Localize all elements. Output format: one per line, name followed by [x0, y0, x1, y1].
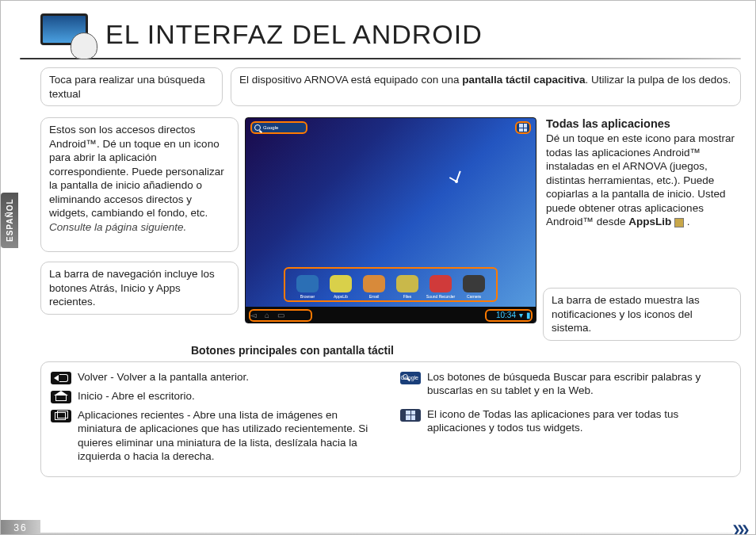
appslib-icon: [674, 218, 684, 227]
intro-text-2: . Utilizar la pulpa de los dedos.: [586, 74, 731, 86]
page-number: 36: [1, 520, 40, 535]
highlight-dock: [284, 267, 498, 302]
analog-clock-widget: [441, 166, 472, 197]
bottom-box: Volver - Volver a la pantalla anterior. …: [40, 361, 741, 477]
intro-text-1: El dispositivo ARNOVA está equipado con …: [239, 74, 462, 86]
shortcuts-text: Estos son los accesos directos Android™.…: [49, 124, 224, 219]
callout-all-apps: Todas las aplicaciones Dé un toque en es…: [543, 117, 741, 280]
desc-search: Los botones de búsqueda Buscar para escr…: [427, 370, 731, 398]
page-title: EL INTERFAZ DEL ANDROID: [105, 19, 483, 50]
back-icon: [51, 372, 71, 384]
callout-statusbar: La barra de estado muestra las notificac…: [543, 288, 741, 341]
footer-arrow-icon: ❯❯❯: [731, 523, 746, 535]
callout-navbar: La barra de navegación incluye los boton…: [40, 262, 239, 315]
shortcuts-italic: Consulte la página siguiente.: [49, 221, 186, 233]
google-search-icon: Google: [400, 372, 421, 384]
recent-icon: [51, 410, 71, 422]
all-apps-button[interactable]: [515, 121, 531, 134]
home-icon: [51, 391, 71, 403]
search-widget-label: Google: [263, 125, 278, 130]
desc-recent: Aplicaciones recientes - Abre una lista …: [78, 408, 381, 464]
search-widget[interactable]: Google: [250, 121, 307, 134]
desc-back: Volver - Volver a la pantalla anterior.: [78, 370, 381, 384]
highlight-statusbar: [485, 309, 533, 322]
touch-tablet-icon: [40, 13, 94, 55]
callout-intro: El dispositivo ARNOVA está equipado con …: [231, 67, 741, 106]
appslib-label: AppsLib: [628, 216, 671, 227]
callout-search: Toca para realizar una búsqueda textual: [40, 67, 223, 106]
highlight-navbar: [249, 309, 312, 322]
all-apps-icon: [400, 409, 421, 422]
all-apps-body: Dé un toque en este icono para mostrar t…: [546, 132, 735, 227]
bottom-heading: Botones principales con pantalla táctil: [191, 344, 741, 357]
desc-home: Inicio - Abre el escritorio.: [78, 389, 381, 403]
language-tab: ESPAÑOL: [1, 193, 18, 248]
callout-shortcuts: Estos son los accesos directos Android™.…: [40, 117, 239, 252]
search-icon: [254, 124, 261, 131]
intro-text-bold: pantalla táctil capacitiva: [462, 74, 585, 86]
grid-icon: [519, 124, 527, 132]
all-apps-heading: Todas las aplicaciones: [546, 117, 738, 130]
desc-allapps: El icono de Todas las aplicaciones para …: [427, 407, 731, 435]
title-divider: [20, 58, 741, 59]
android-screenshot: Google BrowserAppsLibEmailFilesSound Rec…: [245, 117, 536, 323]
